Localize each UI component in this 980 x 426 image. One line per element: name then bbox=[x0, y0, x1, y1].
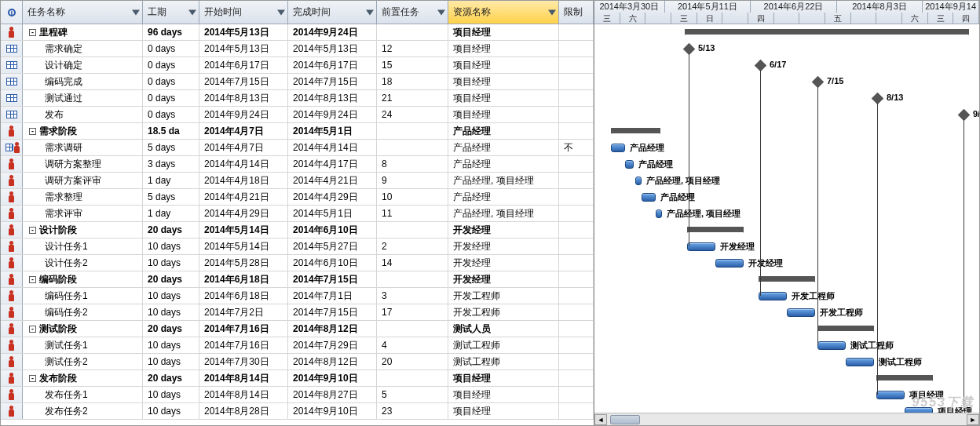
task-row[interactable]: -设计阶段20 days2014年5月14日2014年6月10日开发经理 bbox=[1, 222, 594, 238]
cell-dur[interactable]: 10 days bbox=[143, 304, 199, 320]
cell-dur[interactable]: 20 days bbox=[143, 370, 199, 386]
cell-res[interactable]: 产品经理 bbox=[448, 156, 559, 172]
cell-start[interactable]: 2014年7月16日 bbox=[199, 321, 288, 337]
task-bar[interactable] bbox=[715, 259, 744, 268]
cell-res[interactable]: 项目经理 bbox=[448, 107, 559, 122]
cell-pred[interactable]: 8 bbox=[377, 156, 448, 172]
cell-end[interactable]: 2014年6月17日 bbox=[288, 57, 377, 73]
cell-end[interactable]: 2014年7月15日 bbox=[288, 74, 377, 89]
collapse-toggle[interactable]: - bbox=[29, 276, 36, 283]
cell-dur[interactable]: 20 days bbox=[143, 222, 199, 238]
cell-start[interactable]: 2014年6月17日 bbox=[199, 57, 288, 73]
cell-pred[interactable] bbox=[377, 370, 448, 386]
cell-name[interactable]: 需求确定 bbox=[23, 41, 143, 56]
cell-pred[interactable] bbox=[377, 222, 448, 238]
cell-name[interactable]: 调研方案评审 bbox=[23, 173, 143, 188]
cell-res[interactable]: 项目经理 bbox=[448, 74, 559, 89]
cell-start[interactable]: 2014年6月18日 bbox=[199, 288, 288, 304]
cell-lim[interactable] bbox=[559, 222, 594, 238]
task-bar[interactable] bbox=[687, 242, 715, 251]
task-row[interactable]: 发布任务210 days2014年8月28日2014年9月10日23项目经理 bbox=[1, 403, 594, 420]
task-row[interactable]: 需求确定0 days2014年5月13日2014年5月13日12项目经理 bbox=[1, 41, 594, 57]
cell-end[interactable]: 2014年9月10日 bbox=[288, 370, 377, 386]
cell-res[interactable]: 开发经理 bbox=[448, 238, 559, 254]
scroll-thumb[interactable] bbox=[610, 415, 640, 424]
cell-dur[interactable]: 5 days bbox=[143, 189, 199, 205]
cell-name[interactable]: 调研方案整理 bbox=[23, 156, 143, 172]
col-header-name[interactable]: 任务名称 bbox=[23, 1, 143, 24]
task-row[interactable]: 设计任务210 days2014年5月28日2014年6月10日14开发经理 bbox=[1, 255, 594, 271]
scroll-right-icon[interactable]: ► bbox=[967, 414, 979, 425]
cell-start[interactable]: 2014年5月13日 bbox=[199, 24, 288, 40]
summary-bar[interactable] bbox=[685, 29, 969, 35]
col-header-info[interactable]: i bbox=[1, 1, 23, 24]
cell-res[interactable]: 开发经理 bbox=[448, 255, 559, 271]
cell-lim[interactable]: 不 bbox=[559, 140, 594, 155]
cell-end[interactable]: 2014年4月17日 bbox=[288, 156, 377, 172]
cell-pred[interactable]: 10 bbox=[377, 189, 448, 205]
cell-pred[interactable]: 9 bbox=[377, 173, 448, 188]
task-row[interactable]: 设计确定0 days2014年6月17日2014年6月17日15项目经理 bbox=[1, 57, 594, 74]
cell-lim[interactable] bbox=[559, 41, 594, 56]
task-row[interactable]: -里程碑96 days2014年5月13日2014年9月24日项目经理 bbox=[1, 24, 594, 41]
cell-name[interactable]: 需求调研 bbox=[23, 140, 143, 155]
cell-start[interactable]: 2014年5月28日 bbox=[199, 255, 288, 271]
task-bar[interactable] bbox=[635, 177, 642, 185]
cell-start[interactable]: 2014年7月2日 bbox=[199, 304, 288, 320]
cell-lim[interactable] bbox=[559, 354, 594, 370]
gantt-body[interactable]: 5/136/177/158/139/24产品经理产品经理产品经理, 项目经理产品… bbox=[594, 24, 979, 425]
cell-dur[interactable]: 18.5 da bbox=[143, 123, 199, 139]
cell-start[interactable]: 2014年4月18日 bbox=[199, 173, 288, 188]
cell-res[interactable]: 项目经理 bbox=[448, 41, 559, 56]
cell-pred[interactable] bbox=[377, 140, 448, 155]
cell-dur[interactable]: 10 days bbox=[143, 354, 199, 370]
cell-pred[interactable] bbox=[377, 321, 448, 337]
cell-start[interactable]: 2014年4月7日 bbox=[199, 123, 288, 139]
cell-pred[interactable]: 24 bbox=[377, 107, 448, 122]
cell-end[interactable]: 2014年9月24日 bbox=[288, 24, 377, 40]
cell-res[interactable]: 开发工程师 bbox=[448, 304, 559, 320]
cell-name[interactable]: 发布任务2 bbox=[23, 403, 143, 419]
task-row[interactable]: 编码任务110 days2014年6月18日2014年7月1日3开发工程师 bbox=[1, 288, 594, 304]
dropdown-icon[interactable] bbox=[277, 9, 285, 15]
cell-res[interactable]: 开发经理 bbox=[448, 222, 559, 238]
cell-lim[interactable] bbox=[559, 238, 594, 254]
cell-lim[interactable] bbox=[559, 337, 594, 353]
task-row[interactable]: 发布任务110 days2014年8月14日2014年8月27日5项目经理 bbox=[1, 387, 594, 403]
cell-res[interactable]: 产品经理 bbox=[448, 140, 559, 155]
task-row[interactable]: 调研方案评审1 day2014年4月18日2014年4月21日9产品经理, 项目… bbox=[1, 173, 594, 189]
cell-end[interactable]: 2014年6月10日 bbox=[288, 255, 377, 271]
cell-lim[interactable] bbox=[559, 107, 594, 122]
cell-start[interactable]: 2014年8月28日 bbox=[199, 403, 288, 419]
cell-start[interactable]: 2014年8月14日 bbox=[199, 370, 288, 386]
cell-res[interactable]: 测试人员 bbox=[448, 321, 559, 337]
cell-dur[interactable]: 5 days bbox=[143, 140, 199, 155]
cell-end[interactable]: 2014年9月24日 bbox=[288, 107, 377, 122]
col-header-duration[interactable]: 工期 bbox=[143, 1, 199, 24]
cell-lim[interactable] bbox=[559, 156, 594, 172]
scroll-left-icon[interactable]: ◄ bbox=[594, 414, 607, 425]
cell-dur[interactable]: 10 days bbox=[143, 288, 199, 304]
cell-pred[interactable]: 14 bbox=[377, 255, 448, 271]
cell-dur[interactable]: 3 days bbox=[143, 156, 199, 172]
task-row[interactable]: 需求调研5 days2014年4月7日2014年4月14日产品经理不 bbox=[1, 140, 594, 156]
cell-lim[interactable] bbox=[559, 74, 594, 89]
collapse-toggle[interactable]: - bbox=[29, 326, 36, 333]
cell-lim[interactable] bbox=[559, 255, 594, 271]
cell-name[interactable]: 需求整理 bbox=[23, 189, 143, 205]
task-row[interactable]: 发布0 days2014年9月24日2014年9月24日24项目经理 bbox=[1, 107, 594, 123]
cell-dur[interactable]: 1 day bbox=[143, 173, 199, 188]
cell-dur[interactable]: 20 days bbox=[143, 271, 199, 287]
cell-pred[interactable]: 15 bbox=[377, 57, 448, 73]
cell-lim[interactable] bbox=[559, 321, 594, 337]
cell-name[interactable]: -里程碑 bbox=[23, 24, 143, 40]
cell-lim[interactable] bbox=[559, 90, 594, 106]
cell-start[interactable]: 2014年8月14日 bbox=[199, 387, 288, 402]
cell-end[interactable]: 2014年6月10日 bbox=[288, 222, 377, 238]
task-bar[interactable] bbox=[759, 292, 787, 300]
cell-res[interactable]: 项目经理 bbox=[448, 57, 559, 73]
cell-lim[interactable] bbox=[559, 387, 594, 402]
cell-end[interactable]: 2014年4月21日 bbox=[288, 173, 377, 188]
cell-dur[interactable]: 96 days bbox=[143, 24, 199, 40]
cell-lim[interactable] bbox=[559, 288, 594, 304]
